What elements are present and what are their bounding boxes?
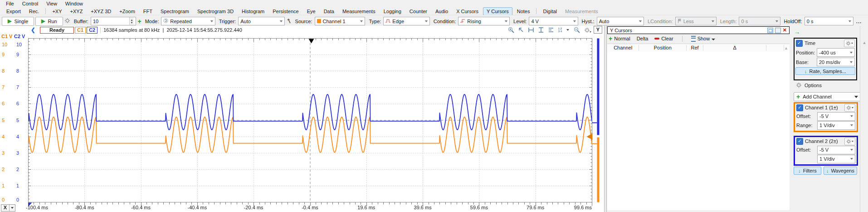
horizontal-zoom-icon[interactable]	[528, 27, 534, 33]
y-axis-menu-button[interactable]: Y	[594, 26, 602, 34]
type-select[interactable]: Edge	[383, 17, 429, 25]
tab-data[interactable]: Data	[320, 7, 338, 15]
tab-spectrogram-3d[interactable]: Spectrogram 3D	[194, 7, 237, 15]
channel2-checkbox[interactable]: ✓	[796, 138, 803, 145]
x-tick-label: 39.6 ms	[406, 205, 439, 210]
channel2-offset-select[interactable]: -5 V	[817, 146, 855, 154]
float-window-icon[interactable]	[767, 28, 773, 33]
options-button[interactable]: Options	[796, 82, 822, 88]
level-select[interactable]: 4 V	[529, 17, 578, 25]
acquisition-gear-icon[interactable]	[64, 18, 70, 25]
tab-histogram[interactable]: Histogram	[238, 7, 268, 15]
table-scroll-up-icon[interactable]: ▲	[784, 46, 790, 50]
c2-y-tick-label: 4	[16, 134, 27, 139]
channel1-range-select[interactable]: 1 V/div	[817, 121, 855, 130]
plot-settings-gear-icon[interactable]	[584, 27, 591, 33]
tab--xyz[interactable]: +XYZ	[67, 7, 87, 15]
tab-rec-[interactable]: Rec.	[25, 7, 43, 15]
pointer-icon[interactable]	[518, 27, 524, 33]
add-buffer-icon[interactable]: +	[137, 18, 141, 25]
hysteresis-select[interactable]: Auto	[597, 17, 644, 25]
x-axis-menu-button[interactable]: X	[1, 204, 15, 212]
tab-notes[interactable]: Notes	[513, 7, 534, 15]
tab-audio[interactable]: Audio	[432, 7, 452, 15]
x-tick-label: -100.4 ms	[26, 205, 59, 210]
show-menu-button[interactable]: Show	[691, 36, 716, 42]
measure-icon[interactable]	[548, 27, 554, 33]
single-button[interactable]: ▶ Single	[2, 17, 34, 26]
time-position-select[interactable]: -400 us	[817, 48, 855, 57]
tab-x-cursors[interactable]: X Cursors	[453, 7, 482, 15]
buffer-spinner[interactable]: ▲▼	[129, 17, 134, 25]
add-delta-cursor-button[interactable]: Delta	[637, 36, 649, 41]
run-pointer-icon[interactable]: →	[794, 29, 800, 35]
menu-window[interactable]: Window	[61, 0, 87, 7]
tab-spectrogram[interactable]: Spectrogram	[157, 7, 193, 15]
waveform-canvas[interactable]	[0, 26, 604, 212]
toolbar-overflow-button[interactable]: ...	[856, 19, 862, 24]
channel1-color-swatch	[317, 19, 321, 23]
single-button-label: Single	[14, 19, 28, 24]
vertical-zoom-icon[interactable]	[538, 27, 544, 33]
source-select[interactable]: Channel 1	[315, 17, 366, 25]
cursor-table-body[interactable]	[607, 52, 790, 210]
column-header-position[interactable]: Position	[639, 45, 687, 51]
right-panel-scrollbar[interactable]: ▲	[860, 26, 868, 212]
filters-button[interactable]: ↓Filters	[794, 167, 821, 175]
menu-view[interactable]: View	[42, 0, 61, 7]
layout-caret-icon[interactable]	[566, 29, 570, 31]
channel1-offset-select[interactable]: -5 V	[817, 112, 855, 121]
channel1-gear-button[interactable]	[844, 104, 855, 112]
y-cursors-titlebar[interactable]: Y Cursors ✕	[607, 26, 790, 34]
layout-quad-icon[interactable]: 1 23 4	[558, 27, 562, 33]
time-checkbox[interactable]: ✓	[796, 40, 803, 47]
channel1-checkbox[interactable]: ✓	[796, 104, 803, 111]
tab--zoom[interactable]: +Zoom	[116, 7, 139, 15]
zoom-out-icon[interactable]	[574, 27, 580, 33]
tab-counter[interactable]: Counter	[406, 7, 431, 15]
tab-y-cursors[interactable]: Y Cursors	[483, 7, 512, 15]
tab-digital[interactable]: Digital	[539, 7, 561, 15]
acquisition-toolbar: ▶ Single ▶ Run Buffer: 10 ▲▼ + Mode: Rep…	[0, 15, 868, 26]
clear-cursors-button[interactable]: Clear	[654, 36, 673, 41]
time-title: Time	[805, 40, 815, 46]
mode-select[interactable]: Repeated	[161, 17, 215, 25]
tab-persistence[interactable]: Persistence	[269, 7, 302, 15]
separator	[45, 8, 46, 14]
channel2-badge[interactable]: C2	[87, 27, 98, 34]
green-down-arrow-icon: ↓	[826, 168, 829, 173]
channel1-badge[interactable]: C1	[75, 27, 86, 34]
mode-label: Mode:	[145, 19, 159, 24]
holdoff-select[interactable]: 0 s	[805, 17, 853, 25]
tab--xy[interactable]: +XY	[49, 7, 65, 15]
trigger-select[interactable]: Auto	[238, 17, 284, 25]
channel2-gear-button[interactable]	[844, 138, 855, 145]
column-header-ref[interactable]: Ref	[687, 45, 703, 51]
samples-info: 16384 samples at 80 kHz | 2025-12-14 15:…	[100, 27, 242, 33]
add-normal-cursor-button[interactable]: +Normal	[609, 35, 630, 42]
tab--xyz-3d[interactable]: +XYZ 3D	[87, 7, 115, 15]
condition-select[interactable]: Rising	[458, 17, 510, 25]
menu-control[interactable]: Control	[18, 0, 42, 7]
maximize-window-icon[interactable]	[775, 28, 781, 33]
rate-samples-button[interactable]: ↓ Rate, Samples...	[795, 67, 855, 75]
history-back-icon[interactable]: ❮	[31, 27, 35, 33]
channel2-range-select[interactable]: 1 V/div	[817, 155, 855, 163]
tab-export[interactable]: Export	[3, 7, 24, 15]
time-gear-button[interactable]	[844, 39, 855, 47]
close-window-icon[interactable]: ✕	[783, 27, 787, 33]
column-header-channel[interactable]: Channel	[607, 45, 639, 51]
menu-file[interactable]: File	[2, 0, 18, 7]
tab-logging[interactable]: Logging	[380, 7, 405, 15]
buffer-input[interactable]: 10 ▲▼	[91, 17, 137, 25]
tab-fft[interactable]: FFT	[140, 7, 156, 15]
add-channel-button[interactable]: + Add Channel	[794, 92, 861, 101]
tab-measurements[interactable]: Measurements	[339, 7, 379, 15]
trigger-setup-hammer-icon[interactable]	[286, 18, 292, 25]
zoom-in-icon[interactable]	[508, 27, 514, 33]
wavegens-button[interactable]: ↓Wavegens	[824, 167, 857, 175]
column-header-delta[interactable]: Δ	[703, 45, 767, 51]
time-base-select[interactable]: 20 ms/div	[817, 58, 855, 66]
tab-eye[interactable]: Eye	[303, 7, 319, 15]
run-button[interactable]: ▶ Run	[35, 17, 63, 26]
